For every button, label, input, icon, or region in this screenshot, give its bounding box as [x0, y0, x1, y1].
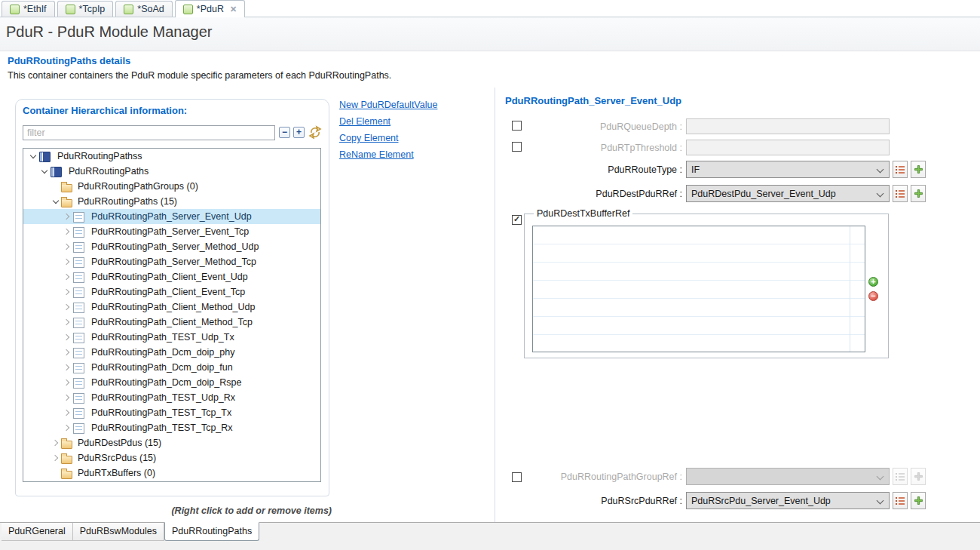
- tree-item[interactable]: PduRRoutingPaths: [23, 164, 320, 179]
- routing-path-group-ref-combo[interactable]: [686, 468, 890, 485]
- queue-depth-input[interactable]: [686, 118, 890, 134]
- expander-icon[interactable]: [62, 426, 72, 430]
- tree-item[interactable]: PduRRoutingPath_Server_Method_Tcp: [23, 254, 320, 269]
- tree-item[interactable]: PduRRoutingPath_Client_Method_Tcp: [23, 315, 320, 330]
- expander-icon[interactable]: [62, 380, 72, 385]
- expander-icon[interactable]: [62, 290, 72, 294]
- tree-item[interactable]: PduRRoutingPath_TEST_Tcp_Rx: [23, 420, 320, 435]
- tree-item[interactable]: PduRRoutingPaths (15): [23, 194, 320, 209]
- tree-item[interactable]: PduRRoutingPath_Client_Method_Udp: [23, 300, 320, 315]
- editor-tab[interactable]: *EthIf: [2, 1, 55, 17]
- editor-tab[interactable]: *PduR ✕: [175, 0, 245, 17]
- bottom-tab[interactable]: PduRGeneral: [2, 523, 73, 541]
- expander-icon[interactable]: [39, 171, 49, 173]
- section-title: PduRRoutingPaths details: [8, 55, 130, 66]
- dest-pdu-ref-add-button[interactable]: [911, 185, 926, 202]
- remove-row-button[interactable]: [868, 291, 878, 301]
- route-type-list-button[interactable]: [893, 161, 908, 178]
- bottom-tab[interactable]: PduRBswModules: [73, 523, 164, 541]
- tree-node-label: PduRRoutingPath_TEST_Udp_Tx: [89, 332, 237, 343]
- tp-threshold-input[interactable]: [686, 140, 890, 155]
- expander-icon[interactable]: [28, 155, 38, 158]
- editor-tab[interactable]: *SoAd: [115, 1, 172, 17]
- filter-input[interactable]: [23, 125, 275, 140]
- tree-node-label: PduRRoutingPath_Dcm_doip_Rspe: [89, 377, 243, 388]
- expander-icon[interactable]: [62, 214, 72, 219]
- link-with-editor-icon[interactable]: [308, 125, 322, 139]
- action-link[interactable]: Copy Element: [339, 132, 437, 144]
- tree-item[interactable]: PduRRoutingPath_Dcm_doip_Rspe: [23, 375, 320, 390]
- action-link[interactable]: New PduRDefaultValue: [339, 99, 437, 111]
- collapse-all-icon[interactable]: −: [279, 127, 290, 138]
- action-link[interactable]: Del Element: [339, 115, 437, 128]
- tree-item[interactable]: PduRDestPdus (15): [23, 435, 320, 450]
- route-type-add-button[interactable]: [911, 161, 926, 178]
- route-type-combo[interactable]: IF: [686, 161, 890, 178]
- src-pdu-ref-add-button[interactable]: [911, 492, 926, 509]
- tree-item[interactable]: PduRRoutingPath_TEST_Tcp_Tx: [23, 405, 320, 420]
- expander-icon[interactable]: [51, 201, 60, 203]
- queue-depth-label: PduRQueueDepth :: [513, 121, 686, 132]
- dest-tx-buffer-list[interactable]: [532, 226, 865, 352]
- tree-item[interactable]: PduRRoutingPath_Dcm_doip_fun: [23, 360, 320, 375]
- expander-icon[interactable]: [62, 275, 72, 279]
- tree-item[interactable]: PduRRoutingPath_TEST_Udp_Tx: [23, 330, 320, 345]
- tree-item[interactable]: PduRRoutingPath_Dcm_doip_phy: [23, 345, 320, 360]
- action-link[interactable]: ReName Element: [339, 149, 437, 161]
- tree-item[interactable]: PduRSrcPdus (15): [23, 450, 320, 466]
- src-pdu-ref-combo[interactable]: PduRSrcPdu_Server_Event_Udp: [686, 492, 890, 509]
- expander-icon[interactable]: [62, 260, 72, 264]
- tree-node-label: PduRRoutingPaths: [66, 166, 151, 177]
- route-type-value: IF: [691, 164, 700, 175]
- tree-node-icon: [73, 303, 84, 313]
- dest-pdu-ref-combo[interactable]: PduRDestPdu_Server_Event_Udp: [686, 185, 890, 202]
- list-icon: [896, 496, 905, 505]
- expander-icon[interactable]: [62, 305, 72, 309]
- tree-item[interactable]: PduRRoutingPath_TEST_Udp_Rx: [23, 390, 320, 405]
- dest-pdu-ref-list-button[interactable]: [893, 185, 908, 202]
- dest-pdu-ref-label: PduRDestPduRRef :: [513, 189, 686, 199]
- dest-tx-buffer-group: PduRDestTxBufferRef: [524, 214, 889, 358]
- tree-item[interactable]: PduRRoutingPathss: [23, 149, 320, 164]
- plus-icon: [914, 189, 923, 198]
- add-row-button[interactable]: [868, 277, 878, 287]
- expander-icon[interactable]: [62, 365, 72, 370]
- tree-item[interactable]: PduRRoutingPath_Server_Method_Udp: [23, 239, 320, 254]
- editor-tab[interactable]: *TcpIp: [57, 1, 114, 17]
- expander-icon[interactable]: [62, 229, 72, 234]
- expander-icon[interactable]: [62, 410, 72, 415]
- tree-node-icon: [73, 378, 84, 389]
- tree-item[interactable]: PduRRoutingPath_Client_Event_Tcp: [23, 284, 320, 300]
- expander-icon[interactable]: [62, 350, 72, 355]
- hierarchy-tree[interactable]: PduRRoutingPathss PduRRoutingPaths PduRR…: [23, 148, 321, 482]
- tree-item[interactable]: PduRRoutingPath_Server_Event_Tcp: [23, 224, 320, 239]
- routing-path-group-ref-add-button[interactable]: [911, 468, 926, 485]
- bottom-tab[interactable]: PduRRoutingPaths: [164, 522, 259, 541]
- tree-node-icon: [73, 333, 84, 343]
- detail-panel: PduRRoutingPath_Server_Event_Udp PduRQue…: [505, 94, 927, 521]
- tree-node-label: PduRRoutingPath_Dcm_doip_phy: [89, 347, 237, 358]
- editor-tab-label: *TcpIp: [79, 4, 106, 14]
- tree-item[interactable]: PduRTxBuffers (0): [23, 466, 320, 481]
- tree-item[interactable]: PduRRoutingPathGroups (0): [23, 179, 320, 194]
- dest-tx-buffer-checkbox[interactable]: [512, 215, 522, 225]
- tree-item[interactable]: PduRRoutingPath_Client_Event_Udp: [23, 269, 320, 284]
- expander-icon[interactable]: [62, 244, 72, 249]
- tree-node-label: PduRRoutingPath_TEST_Tcp_Tx: [89, 407, 234, 418]
- src-pdu-ref-value: PduRSrcPdu_Server_Event_Udp: [691, 496, 831, 506]
- expander-icon[interactable]: [51, 441, 60, 445]
- src-pdu-ref-list-button[interactable]: [893, 492, 908, 509]
- expander-icon[interactable]: [62, 335, 72, 340]
- tree-item[interactable]: PduRRoutingPath_Server_Event_Udp: [23, 209, 320, 224]
- expander-icon[interactable]: [51, 456, 60, 460]
- routing-path-group-ref-list-button[interactable]: [893, 468, 908, 485]
- tree-node-icon: [61, 184, 72, 192]
- expander-icon[interactable]: [62, 320, 72, 324]
- tree-node-icon: [73, 227, 84, 238]
- close-icon[interactable]: ✕: [230, 5, 237, 14]
- chevron-down-icon: [877, 473, 884, 481]
- expander-icon[interactable]: [62, 395, 72, 400]
- tree-node-icon: [73, 363, 84, 373]
- expand-all-icon[interactable]: +: [293, 127, 305, 138]
- page-title: PduR - PduR Module Manager: [0, 17, 980, 41]
